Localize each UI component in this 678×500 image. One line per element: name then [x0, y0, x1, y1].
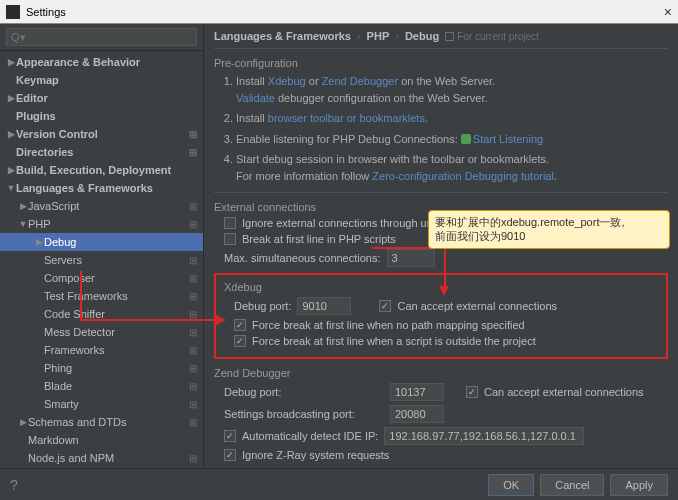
project-scope-icon: ⊞	[189, 273, 197, 284]
ok-button[interactable]: OK	[488, 474, 534, 496]
preconfig-title: Pre-configuration	[214, 57, 668, 69]
tree-item-markdown[interactable]: Markdown	[0, 431, 203, 449]
preconfig-step-3: Enable listening for PHP Debug Connectio…	[236, 131, 668, 148]
toolbar-link[interactable]: browser toolbar or bookmarklets	[268, 112, 425, 124]
xdebug-force-nopath-checkbox[interactable]	[234, 319, 246, 331]
project-scope-icon: ⊞	[189, 219, 197, 230]
close-icon[interactable]: ×	[664, 4, 672, 20]
ignore-external-checkbox[interactable]	[224, 217, 236, 229]
zend-autoip-label: Automatically detect IDE IP:	[242, 430, 378, 442]
project-scope-icon: ⊞	[189, 201, 197, 212]
tree-item-build-execution-deployment[interactable]: ▶Build, Execution, Deployment	[0, 161, 203, 179]
zend-link[interactable]: Zend Debugger	[322, 75, 398, 87]
project-scope-icon: ⊞	[189, 147, 197, 158]
expand-arrow-icon[interactable]: ▶	[6, 93, 16, 103]
tree-item-appearance-behavior[interactable]: ▶Appearance & Behavior	[0, 53, 203, 71]
tree-item-php[interactable]: ▼PHP⊞	[0, 215, 203, 233]
help-icon[interactable]: ?	[10, 477, 18, 493]
zend-port-input[interactable]	[390, 383, 444, 401]
project-scope-icon: ⊞	[189, 345, 197, 356]
expand-arrow-icon[interactable]: ▶	[34, 237, 44, 247]
xdebug-force-outside-checkbox[interactable]	[234, 335, 246, 347]
tree-item-keymap[interactable]: Keymap	[0, 71, 203, 89]
break-first-label: Break at first line in PHP scripts	[242, 233, 396, 245]
tree-item-label: Test Frameworks	[44, 290, 128, 302]
preconfig-step-4: Start debug session in browser with the …	[236, 151, 668, 184]
breadcrumb-sep: ›	[357, 30, 361, 42]
zend-broadcast-input[interactable]	[390, 405, 444, 423]
expand-arrow-icon[interactable]: ▶	[18, 417, 28, 427]
expand-arrow-icon[interactable]: ▶	[18, 201, 28, 211]
tree-item-plugins[interactable]: Plugins	[0, 107, 203, 125]
tree-item-label: Keymap	[16, 74, 59, 86]
xdebug-port-input[interactable]	[297, 297, 351, 315]
preconfig-step-1: Install Xdebug or Zend Debugger on the W…	[236, 73, 668, 106]
dialog-footer: ? OK Cancel Apply	[0, 468, 678, 500]
preconfig-step-2: Install browser toolbar or bookmarklets.	[236, 110, 668, 127]
tree-item-schemas-and-dtds[interactable]: ▶Schemas and DTDs⊞	[0, 413, 203, 431]
expand-arrow-icon[interactable]: ▼	[6, 183, 16, 193]
breadcrumb-l3: Debug	[405, 30, 439, 42]
tree-item-directories[interactable]: Directories⊞	[0, 143, 203, 161]
tree-item-smarty[interactable]: Smarty⊞	[0, 395, 203, 413]
tree-item-node-js-and-npm[interactable]: Node.js and NPM⊞	[0, 449, 203, 467]
tree-item-frameworks[interactable]: Frameworks⊞	[0, 341, 203, 359]
project-scope-icon: ⊞	[189, 309, 197, 320]
zend-autoip-input[interactable]	[384, 427, 584, 445]
xdebug-accept-checkbox[interactable]	[379, 300, 391, 312]
tree-item-phing[interactable]: Phing⊞	[0, 359, 203, 377]
tree-item-test-frameworks[interactable]: Test Frameworks⊞	[0, 287, 203, 305]
breadcrumb-l1[interactable]: Languages & Frameworks	[214, 30, 351, 42]
tree-item-label: Build, Execution, Deployment	[16, 164, 171, 176]
annotation-arrow-line	[80, 271, 82, 319]
search-input[interactable]	[6, 28, 197, 46]
tree-item-label: Version Control	[16, 128, 98, 140]
settings-tree[interactable]: ▶Appearance & BehaviorKeymap▶EditorPlugi…	[0, 51, 203, 468]
cancel-button[interactable]: Cancel	[540, 474, 604, 496]
tree-item-editor[interactable]: ▶Editor	[0, 89, 203, 107]
project-scope-icon: ⊞	[189, 291, 197, 302]
app-icon	[6, 5, 20, 19]
max-connections-input[interactable]	[387, 249, 435, 267]
tree-item-version-control[interactable]: ▶Version Control⊞	[0, 125, 203, 143]
tree-item-mess-detector[interactable]: Mess Detector⊞	[0, 323, 203, 341]
annotation-arrow-head	[439, 286, 449, 296]
zend-zray-checkbox[interactable]	[224, 449, 236, 461]
tutorial-link[interactable]: Zero-configuration Debugging tutorial	[372, 170, 554, 182]
break-first-checkbox[interactable]	[224, 233, 236, 245]
tree-item-languages-frameworks[interactable]: ▼Languages & Frameworks	[0, 179, 203, 197]
zend-broadcast-label: Settings broadcasting port:	[224, 408, 384, 420]
zend-autoip-checkbox[interactable]	[224, 430, 236, 442]
annotation-arrow-line	[80, 319, 218, 321]
apply-button[interactable]: Apply	[610, 474, 668, 496]
xdebug-link[interactable]: Xdebug	[268, 75, 306, 87]
zend-accept-checkbox[interactable]	[466, 386, 478, 398]
tree-item-label: PHP	[28, 218, 51, 230]
project-scope-badge: For current project	[445, 31, 539, 42]
tree-item-javascript[interactable]: ▶JavaScript⊞	[0, 197, 203, 215]
tree-item-debug[interactable]: ▶Debug	[0, 233, 203, 251]
sidebar: ▶Appearance & BehaviorKeymap▶EditorPlugi…	[0, 24, 204, 468]
expand-arrow-icon[interactable]: ▶	[6, 57, 16, 67]
expand-arrow-icon[interactable]: ▶	[6, 165, 16, 175]
tree-item-servers[interactable]: Servers⊞	[0, 251, 203, 269]
validate-link[interactable]: Validate	[236, 92, 275, 104]
expand-arrow-icon[interactable]: ▼	[18, 219, 28, 229]
start-listening-link[interactable]: Start Listening	[473, 133, 543, 145]
tree-item-composer[interactable]: Composer⊞	[0, 269, 203, 287]
project-scope-icon: ⊞	[189, 453, 197, 464]
project-scope-icon: ⊞	[189, 417, 197, 428]
tree-item-label: Debug	[44, 236, 76, 248]
expand-arrow-icon[interactable]: ▶	[6, 129, 16, 139]
breadcrumb-l2[interactable]: PHP	[367, 30, 390, 42]
project-scope-icon: ⊞	[189, 129, 197, 140]
tree-item-label: Editor	[16, 92, 48, 104]
project-scope-icon: ⊞	[189, 381, 197, 392]
zend-port-label: Debug port:	[224, 386, 384, 398]
tree-item-label: Appearance & Behavior	[16, 56, 140, 68]
window-title: Settings	[26, 6, 66, 18]
listen-icon	[461, 134, 471, 144]
tree-item-blade[interactable]: Blade⊞	[0, 377, 203, 395]
titlebar: Settings ×	[0, 0, 678, 24]
breadcrumb: Languages & Frameworks › PHP › Debug For…	[214, 24, 668, 49]
